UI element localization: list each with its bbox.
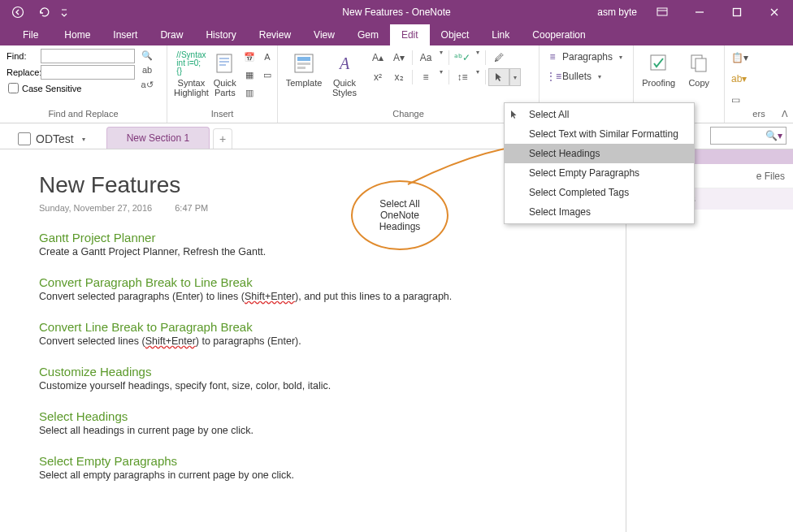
tab-review[interactable]: Review <box>248 24 302 45</box>
back-button[interactable] <box>6 1 29 24</box>
find-next-icon[interactable]: 🔍 <box>140 49 154 62</box>
syntax-icon: //Syntaxint i=0;{} <box>178 50 204 76</box>
subscript-icon[interactable]: x₂ <box>388 68 410 86</box>
heading-4[interactable]: Select Headings <box>39 409 626 423</box>
quick-styles-icon: A <box>332 50 358 76</box>
insert-small-3[interactable]: ▦ <box>241 67 258 83</box>
tab-home[interactable]: Home <box>53 24 102 45</box>
bullets-button[interactable]: ⋮≡Bullets▾ <box>546 68 604 84</box>
group-insert: //Syntaxint i=0;{} Syntax Highlight Quic… <box>167 45 278 123</box>
proofing-icon <box>646 50 672 76</box>
menu-select-headings[interactable]: Select Headings <box>505 144 694 163</box>
group-label-find: Find and Replace <box>6 109 160 121</box>
para-3[interactable]: Customize yourself headings, specify fon… <box>39 380 626 391</box>
tab-history[interactable]: History <box>194 24 247 45</box>
heading-2[interactable]: Convert Line Break to Paragraph Break <box>39 320 626 334</box>
tab-insert[interactable]: Insert <box>102 24 149 45</box>
svg-rect-8 <box>651 55 665 70</box>
svg-rect-10 <box>696 58 706 71</box>
tab-gem[interactable]: Gem <box>346 24 390 45</box>
search-icon: 🔍▾ <box>765 130 782 141</box>
tab-link[interactable]: Link <box>480 24 521 45</box>
para-0[interactable]: Create a Gantt Project Planner, Refresh … <box>39 246 626 257</box>
spellcheck-icon[interactable]: ᵃᵇ✓ <box>452 49 473 67</box>
copy-icon <box>686 50 712 76</box>
heading-5[interactable]: Select Empty Paragraphs <box>39 454 626 468</box>
tab-file[interactable]: File <box>8 24 53 45</box>
menu-select-images[interactable]: Select Images <box>505 202 694 222</box>
replace-all-icon[interactable]: a↺ <box>140 78 154 91</box>
find-label: Find: <box>6 51 41 61</box>
search-box[interactable]: 🔍▾ <box>710 127 786 145</box>
menu-select-similar[interactable]: Select Text with Similar Formatting <box>505 124 694 144</box>
superscript-icon[interactable]: x² <box>367 68 388 86</box>
template-button[interactable]: Template <box>284 49 323 102</box>
template-icon <box>291 50 317 76</box>
tab-cooperation[interactable]: Cooperation <box>521 24 596 45</box>
proofing-button[interactable]: Proofing <box>640 49 678 102</box>
increase-font-icon[interactable]: A▴ <box>367 49 388 67</box>
section-tab[interactable]: New Section 1 <box>106 127 210 149</box>
heading-0[interactable]: Gantt Project Planner <box>39 231 626 244</box>
heading-1[interactable]: Convert Paragraph Break to Line Break <box>39 275 626 289</box>
para-4[interactable]: Select all headings in current page by o… <box>39 425 626 436</box>
bullets-icon: ⋮≡ <box>546 71 559 82</box>
case-sensitive-checkbox[interactable]: Case Sensitive <box>8 83 135 93</box>
replace-one-icon[interactable]: ab <box>140 63 154 76</box>
select-button[interactable] <box>488 68 509 86</box>
qat-customize[interactable] <box>58 1 70 24</box>
heading-3[interactable]: Customize Headings <box>39 365 626 378</box>
title-bar: New Features - OneNote asm byte <box>0 0 793 24</box>
menu-select-all[interactable]: Select All <box>505 105 694 124</box>
other-small-1[interactable]: 📋▾ <box>731 49 748 67</box>
tab-view[interactable]: View <box>302 24 346 45</box>
find-input[interactable] <box>41 49 135 63</box>
para-1[interactable]: Convert selected paragraphs (Enter) to l… <box>39 291 626 302</box>
syntax-highlight-button[interactable]: //Syntaxint i=0;{} Syntax Highlight <box>174 49 209 102</box>
other-small-3[interactable]: ▭ <box>731 91 740 109</box>
change-case-icon[interactable]: Aa <box>415 49 436 67</box>
select-dropdown-menu: Select All Select Text with Similar Form… <box>504 102 695 224</box>
chevron-down-icon: ▾ <box>79 136 89 143</box>
tab-draw[interactable]: Draw <box>149 24 194 45</box>
quick-parts-button[interactable]: Quick Parts <box>212 49 238 102</box>
undo-button[interactable] <box>32 1 55 24</box>
close-button[interactable] <box>756 0 793 24</box>
annotation-callout: Select All OneNote Headings <box>351 180 448 250</box>
svg-rect-5 <box>297 57 310 61</box>
add-section-button[interactable]: + <box>213 128 232 149</box>
minimize-button[interactable] <box>681 0 718 24</box>
replace-label: Replace: <box>6 67 41 77</box>
insert-small-2[interactable]: A <box>259 49 275 65</box>
tab-object[interactable]: Object <box>430 24 481 45</box>
cursor-icon <box>509 110 519 119</box>
menu-bar: File Home Insert Draw History Review Vie… <box>0 24 793 45</box>
user-name[interactable]: asm byte <box>597 6 637 18</box>
replace-input[interactable] <box>41 65 135 80</box>
align-icon[interactable]: ≡ <box>415 68 436 86</box>
insert-small-5[interactable]: ▥ <box>241 84 258 101</box>
quick-parts-icon <box>212 50 238 76</box>
decrease-font-icon[interactable]: A▾ <box>388 49 410 67</box>
paragraphs-button[interactable]: ≡Paragraphs▾ <box>546 49 626 65</box>
copy-button[interactable]: Copy <box>681 49 718 102</box>
linespacing-icon[interactable]: ↕≡ <box>452 68 473 86</box>
maximize-button[interactable] <box>718 0 756 24</box>
menu-select-completed-tags[interactable]: Select Completed Tags <box>505 183 694 202</box>
collapse-ribbon-icon[interactable]: ᐱ <box>782 109 788 119</box>
insert-small-1[interactable]: 📅 <box>241 49 258 65</box>
ribbon-options-button[interactable] <box>644 0 681 24</box>
svg-rect-6 <box>297 63 310 65</box>
notebook-selector[interactable]: ODTest ▾ <box>11 129 95 149</box>
other-small-2[interactable]: ab▾ <box>731 70 747 88</box>
group-label-ers: ers <box>731 109 786 121</box>
select-button-dropdown[interactable]: ▾ <box>509 68 521 86</box>
insert-small-4[interactable]: ▭ <box>259 67 275 83</box>
para-5[interactable]: Select all empty paragraphs in current p… <box>39 469 626 481</box>
page-time: 6:47 PM <box>175 203 208 213</box>
tab-edit[interactable]: Edit <box>390 24 430 45</box>
format-paint-icon[interactable]: 🖉 <box>488 49 509 67</box>
quick-styles-button[interactable]: A Quick Styles <box>325 49 364 102</box>
menu-select-empty-paragraphs[interactable]: Select Empty Paragraphs <box>505 163 694 183</box>
para-2[interactable]: Convert selected lines (Shift+Enter) to … <box>39 335 626 347</box>
